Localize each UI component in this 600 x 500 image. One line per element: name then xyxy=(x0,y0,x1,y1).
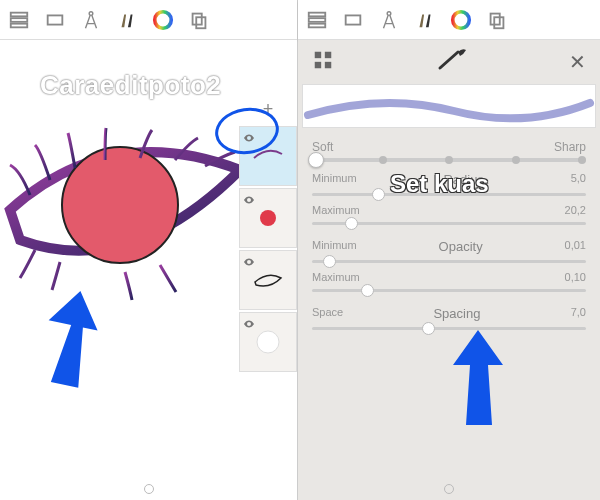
layer-item[interactable] xyxy=(239,188,297,248)
color-icon[interactable] xyxy=(150,7,176,33)
svg-rect-3 xyxy=(48,15,63,24)
svg-point-10 xyxy=(257,331,279,353)
brushes-icon[interactable] xyxy=(114,7,140,33)
param-row: SpaceSpacing7,0 xyxy=(298,302,600,340)
slider[interactable] xyxy=(312,260,586,263)
brush-preview-icon xyxy=(434,46,470,78)
layers-panel: + xyxy=(239,95,297,372)
list-icon[interactable] xyxy=(304,7,330,33)
visibility-icon[interactable] xyxy=(243,254,255,272)
svg-rect-12 xyxy=(309,18,326,22)
brushes-icon[interactable] xyxy=(412,7,438,33)
grid-icon[interactable] xyxy=(312,49,334,75)
layer-item[interactable] xyxy=(239,250,297,310)
layer-item[interactable] xyxy=(239,312,297,372)
svg-rect-14 xyxy=(346,15,361,24)
copy-icon[interactable] xyxy=(186,7,212,33)
svg-point-9 xyxy=(260,210,276,226)
watermark-text: Caraeditpoto2 xyxy=(40,70,221,101)
svg-rect-20 xyxy=(325,52,331,58)
toolbar-right xyxy=(298,0,600,40)
svg-rect-13 xyxy=(309,23,326,27)
svg-rect-11 xyxy=(309,12,326,16)
slider[interactable] xyxy=(312,327,586,330)
brush-settings-panel: ✕ Set kuas Soft Sharp MinimumRadius5,0 xyxy=(298,40,600,500)
visibility-icon[interactable] xyxy=(243,130,255,148)
svg-point-16 xyxy=(453,11,470,28)
svg-rect-18 xyxy=(494,17,503,28)
slider[interactable] xyxy=(312,193,586,196)
svg-point-15 xyxy=(387,11,391,15)
rect-icon[interactable] xyxy=(340,7,366,33)
layer-item[interactable] xyxy=(239,126,297,186)
svg-rect-19 xyxy=(315,52,321,58)
visibility-icon[interactable] xyxy=(243,316,255,334)
canvas-left[interactable]: Caraeditpoto2 + xyxy=(0,40,297,500)
slider[interactable] xyxy=(312,289,586,292)
hardness-slider[interactable]: Soft Sharp xyxy=(298,134,600,168)
slider[interactable] xyxy=(312,222,586,225)
svg-rect-2 xyxy=(11,23,28,27)
rect-icon[interactable] xyxy=(42,7,68,33)
svg-rect-0 xyxy=(11,12,28,16)
svg-point-5 xyxy=(155,11,172,28)
param-row: MinimumOpacity0,01 Maximum0,10 xyxy=(298,235,600,302)
stroke-preview xyxy=(302,84,596,128)
copy-icon[interactable] xyxy=(484,7,510,33)
annotation-arrow xyxy=(448,330,508,434)
svg-rect-22 xyxy=(325,62,331,68)
sharp-label: Sharp xyxy=(554,140,586,154)
visibility-icon[interactable] xyxy=(243,192,255,210)
compass-icon[interactable] xyxy=(78,7,104,33)
svg-rect-17 xyxy=(491,13,500,24)
home-indicator xyxy=(444,484,454,494)
svg-rect-21 xyxy=(315,62,321,68)
eye-artwork xyxy=(0,100,250,320)
compass-icon[interactable] xyxy=(376,7,402,33)
color-icon[interactable] xyxy=(448,7,474,33)
close-icon[interactable]: ✕ xyxy=(569,50,586,74)
svg-point-4 xyxy=(89,11,93,15)
svg-rect-1 xyxy=(11,18,28,22)
home-indicator xyxy=(144,484,154,494)
svg-point-8 xyxy=(62,147,178,263)
add-layer-button[interactable]: + xyxy=(239,95,297,124)
list-icon[interactable] xyxy=(6,7,32,33)
toolbar-left xyxy=(0,0,297,40)
